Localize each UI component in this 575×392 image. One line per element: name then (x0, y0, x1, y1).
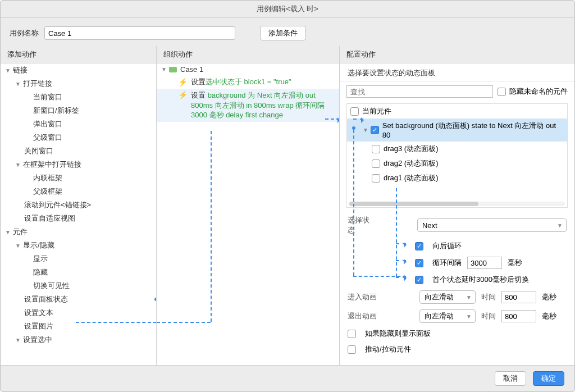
tree-show-hide[interactable]: 显示/隐藏 (23, 240, 54, 250)
connector-dot (352, 126, 355, 130)
push-pull-checkbox[interactable] (348, 345, 356, 354)
action-bg[interactable]: 设置 (191, 91, 208, 99)
tree-current-window[interactable]: 当前窗口 (33, 92, 62, 102)
tree-set-text[interactable]: 设置文本 (24, 308, 53, 318)
checkbox[interactable] (372, 145, 380, 153)
first-state-delay-label: 首个状态延时3000毫秒后切换 (432, 275, 529, 285)
connector-line (157, 322, 211, 323)
hide-unnamed-label: 隐藏未命名的元件 (509, 86, 568, 97)
tree-close-window[interactable]: 关闭窗口 (24, 146, 53, 156)
exit-time-input[interactable] (501, 310, 536, 322)
connector-line (211, 131, 212, 322)
ms-label: 毫秒 (508, 258, 522, 268)
drag3-item[interactable]: drag3 (动态面板) (384, 144, 439, 154)
action-set[interactable]: 设置 (191, 77, 206, 87)
tree-new-window[interactable]: 新窗口/新标签 (33, 106, 79, 116)
top-form: 用例名称 添加条件 (1, 18, 574, 46)
loop-back-label: 向后循环 (432, 241, 462, 251)
case-icon (169, 67, 177, 72)
enter-time-input[interactable] (501, 291, 536, 303)
tree-scroll-anchor[interactable]: 滚动到元件<锚链接> (24, 200, 91, 210)
tree-widgets[interactable]: 元件 (13, 227, 28, 237)
enter-anim-dropdown[interactable]: 向左滑动▼ (419, 290, 476, 304)
checkbox[interactable]: ✓ (371, 126, 379, 134)
organize-action-header: 组织动作 (157, 46, 339, 63)
loop-interval-label: 循环间隔 (432, 258, 462, 268)
action-tree[interactable]: ▼链接 ▼打开链接 当前窗口 新窗口/新标签 弹出窗口 父级窗口 关闭窗口 ▼在… (1, 63, 156, 365)
tree-open-link[interactable]: 打开链接 (23, 79, 52, 89)
case-name-label: 用例名称 (10, 28, 39, 38)
add-condition-button[interactable]: 添加条件 (260, 26, 306, 40)
bolt-icon: ⚡ (178, 90, 188, 99)
tree-inline-frame[interactable]: 内联框架 (33, 173, 62, 183)
case-node[interactable]: Case 1 (180, 65, 203, 74)
tree-set-adaptive[interactable]: 设置自适应视图 (24, 213, 75, 224)
checkbox[interactable] (372, 174, 380, 183)
state-config-form: 选择状态 Next▼ ✓向后循环 ✓循环间隔 毫秒 ✓首个状态延时3000毫秒后… (340, 208, 574, 359)
window-title: 用例编辑<载入 时> (257, 4, 318, 13)
select-state-label: 选择状态 (348, 215, 376, 235)
action-bg-detail: background 为 Next 向左滑动 out 800ms 向左滑动 in… (191, 91, 325, 119)
show-if-hidden-checkbox[interactable] (348, 330, 356, 338)
tree-set-panel-state[interactable]: 设置面板状态 (24, 294, 68, 304)
tree-toggle-vis[interactable]: 切换可见性 (33, 281, 70, 291)
tree-popup-window[interactable]: 弹出窗口 (33, 119, 62, 129)
ms-label: 毫秒 (542, 311, 556, 321)
push-pull-label: 推动/拉动元件 (365, 344, 411, 354)
ok-button[interactable]: 确定 (533, 371, 564, 386)
exit-anim-dropdown[interactable]: 向左滑动▼ (419, 309, 476, 323)
tree-set-image[interactable]: 设置图片 (24, 321, 53, 331)
configure-action-header: 配置动作 (340, 46, 574, 63)
checkbox[interactable] (350, 107, 359, 116)
search-input[interactable] (346, 85, 493, 98)
exit-anim-label: 退出动画 (348, 311, 377, 321)
case-outline[interactable]: ▼Case 1 ⚡设置 选中状态于 block1 = "true" ⚡设置 ba… (157, 63, 339, 365)
drag1-item[interactable]: drag1 (动态面板) (384, 173, 439, 183)
action-set-detail: 选中状态于 block1 = "true" (206, 77, 291, 87)
tree-links[interactable]: 链接 (13, 65, 28, 75)
current-widget-item[interactable]: 当前元件 (362, 106, 391, 116)
add-action-column: 添加动作 ▼链接 ▼打开链接 当前窗口 新窗口/新标签 弹出窗口 父级窗口 关闭… (1, 46, 157, 365)
ms-label: 毫秒 (542, 292, 556, 302)
tree-open-in-frame[interactable]: 在框架中打开链接 (23, 159, 81, 170)
bolt-icon: ⚡ (178, 78, 188, 86)
hide-unnamed-checkbox[interactable] (498, 88, 506, 96)
title-bar: 用例编辑<载入 时> (1, 1, 574, 18)
tree-set-selected[interactable]: 设置选中 (23, 335, 52, 345)
organize-action-column: 组织动作 ▼Case 1 ⚡设置 选中状态于 block1 = "true" ⚡… (157, 46, 340, 365)
tree-show[interactable]: 显示 (33, 254, 48, 264)
time-label: 时间 (481, 311, 496, 321)
select-state-dropdown[interactable]: Next▼ (417, 218, 567, 232)
bg-panel-item[interactable]: Set background (动态面板) state to Next 向左滑动… (382, 121, 564, 139)
columns: 添加动作 ▼链接 ▼打开链接 当前窗口 新窗口/新标签 弹出窗口 父级窗口 关闭… (1, 46, 574, 365)
dialog-window: 用例编辑<载入 时> 用例名称 添加条件 添加动作 ▼链接 ▼打开链接 当前窗口… (0, 0, 575, 392)
cancel-button[interactable]: 取消 (495, 371, 526, 386)
config-body: 选择要设置状态的动态面板 隐藏未命名的元件 当前元件 ▼✓Set backgro… (340, 63, 574, 365)
configure-action-column: 配置动作 选择要设置状态的动态面板 隐藏未命名的元件 当前元件 ▼✓Set ba… (340, 46, 574, 365)
tree-hide[interactable]: 隐藏 (33, 267, 48, 277)
list-scrollbar[interactable] (349, 202, 565, 206)
drag2-item[interactable]: drag2 (动态面板) (384, 158, 439, 168)
enter-anim-label: 进入动画 (348, 292, 377, 302)
panel-list[interactable]: 当前元件 ▼✓Set background (动态面板) state to Ne… (346, 103, 568, 208)
loop-back-checkbox[interactable]: ✓ (415, 242, 423, 250)
dialog-footer: 取消 确定 (1, 365, 574, 391)
panel-picker-title: 选择要设置状态的动态面板 (340, 63, 574, 82)
loop-interval-input[interactable] (467, 257, 502, 269)
time-label: 时间 (481, 292, 496, 302)
checkbox[interactable] (372, 159, 380, 168)
add-action-header: 添加动作 (1, 46, 156, 63)
tree-parent-window[interactable]: 父级窗口 (33, 133, 62, 143)
loop-interval-checkbox[interactable]: ✓ (415, 259, 423, 267)
first-state-delay-checkbox[interactable]: ✓ (415, 276, 423, 284)
case-name-input[interactable] (44, 26, 235, 40)
tree-parent-frame[interactable]: 父级框架 (33, 186, 62, 197)
show-if-hidden-label: 如果隐藏则显示面板 (365, 329, 431, 339)
